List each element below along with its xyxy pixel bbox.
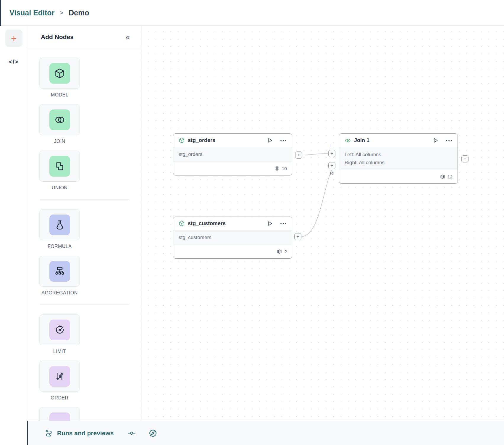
cube-icon bbox=[49, 63, 70, 84]
runs-route-icon bbox=[45, 429, 53, 437]
breadcrumb-current-page: Demo bbox=[69, 9, 89, 17]
graph-canvas[interactable]: stg_orders stg_orders bbox=[141, 26, 504, 421]
node-title: stg_orders bbox=[188, 137, 264, 144]
column-count: 12 bbox=[448, 174, 453, 180]
palette-item-label: AGGREGATION bbox=[41, 290, 77, 296]
palette-divider bbox=[40, 304, 129, 305]
palette-item-formula[interactable]: FORMULA bbox=[39, 209, 80, 249]
join-right-config: Right: All columns bbox=[345, 160, 452, 166]
port-join-left-input[interactable]: + bbox=[328, 150, 335, 157]
left-toolbar-rail: + </> bbox=[0, 26, 27, 421]
palette-group-sources: MODEL JOIN UNION bbox=[39, 58, 130, 191]
cube-icon bbox=[179, 220, 185, 227]
bottom-panel-bar: Runs and previews bbox=[27, 421, 504, 445]
run-node-button[interactable] bbox=[432, 137, 439, 144]
palette-divider bbox=[40, 199, 129, 200]
palette-group-transforms: FORMULA AGGREGATION bbox=[39, 209, 130, 296]
palette-item-label: MODEL bbox=[51, 92, 68, 98]
add-nodes-panel: Add Nodes « MODEL bbox=[27, 26, 141, 421]
code-editor-button[interactable]: </> bbox=[0, 56, 27, 68]
edge-stg-orders-to-join-left bbox=[302, 154, 328, 155]
palette-item-label: LIMIT bbox=[53, 349, 66, 354]
join-circles-icon bbox=[345, 137, 351, 144]
column-count: 2 bbox=[284, 249, 287, 254]
visual-editor-app: Visual Editor > Demo + </> Add Nodes « bbox=[0, 0, 504, 445]
palette-item-order[interactable]: ORDER bbox=[39, 361, 80, 401]
run-node-button[interactable] bbox=[267, 137, 273, 144]
add-node-button[interactable]: + bbox=[5, 30, 22, 47]
port-output-stg-orders[interactable]: + bbox=[295, 151, 302, 159]
flask-icon bbox=[49, 215, 70, 235]
node-menu-button[interactable] bbox=[280, 223, 287, 225]
union-shapes-icon bbox=[49, 156, 70, 177]
palette-item-model[interactable]: MODEL bbox=[39, 58, 80, 98]
node-title: Join 1 bbox=[354, 137, 429, 144]
palette-item-join[interactable]: JOIN bbox=[39, 104, 80, 144]
sitemap-icon bbox=[49, 261, 70, 282]
gauge-icon bbox=[49, 320, 70, 340]
columns-icon bbox=[274, 166, 280, 171]
breadcrumb-separator: > bbox=[60, 9, 63, 16]
columns-icon bbox=[277, 249, 282, 254]
port-label-right: R bbox=[330, 171, 333, 175]
sort-arrows-icon bbox=[49, 366, 70, 387]
columns-icon bbox=[440, 174, 445, 179]
node-title: stg_customers bbox=[188, 220, 264, 227]
commit-icon[interactable] bbox=[127, 429, 136, 438]
run-node-button[interactable] bbox=[267, 220, 273, 227]
palette-item-label: UNION bbox=[52, 185, 68, 191]
palette-item-label: JOIN bbox=[54, 139, 65, 144]
runs-and-previews-label: Runs and previews bbox=[57, 430, 114, 437]
port-join-right-input[interactable]: + bbox=[328, 162, 335, 169]
palette-item-union[interactable]: UNION bbox=[39, 151, 80, 191]
breadcrumb-root-link[interactable]: Visual Editor bbox=[9, 9, 54, 17]
node-menu-button[interactable] bbox=[446, 140, 452, 141]
port-label-left: L bbox=[330, 144, 333, 148]
panel-title: Add Nodes bbox=[41, 33, 74, 41]
edge-stg-customers-to-join-right bbox=[301, 170, 332, 237]
compass-icon[interactable] bbox=[148, 429, 157, 438]
node-stg-customers[interactable]: stg_customers stg_customers bbox=[173, 217, 292, 259]
column-count: 10 bbox=[282, 166, 287, 171]
node-join-1[interactable]: Join 1 Left: All columns Right: All colu… bbox=[339, 133, 458, 184]
join-circles-icon bbox=[49, 109, 70, 130]
palette-item-label: FORMULA bbox=[48, 244, 72, 249]
palette-body: MODEL JOIN UNION bbox=[27, 48, 141, 445]
collapse-panel-button[interactable]: « bbox=[126, 33, 129, 41]
port-output-stg-customers[interactable]: + bbox=[294, 233, 301, 240]
node-subtitle: stg_customers bbox=[179, 235, 287, 241]
join-left-config: Left: All columns bbox=[345, 152, 452, 158]
add-nodes-panel-header: Add Nodes « bbox=[27, 26, 141, 48]
node-menu-button[interactable] bbox=[280, 140, 287, 141]
port-output-join[interactable]: + bbox=[461, 155, 469, 162]
palette-item-label: ORDER bbox=[51, 395, 69, 401]
runs-and-previews-button[interactable]: Runs and previews bbox=[45, 429, 114, 437]
cube-icon bbox=[179, 137, 185, 144]
palette-item-limit[interactable]: LIMIT bbox=[39, 314, 80, 354]
top-header: Visual Editor > Demo bbox=[0, 0, 504, 26]
node-subtitle: stg_orders bbox=[179, 151, 287, 157]
node-stg-orders[interactable]: stg_orders stg_orders bbox=[173, 133, 292, 175]
palette-item-aggregation[interactable]: AGGREGATION bbox=[39, 256, 80, 296]
